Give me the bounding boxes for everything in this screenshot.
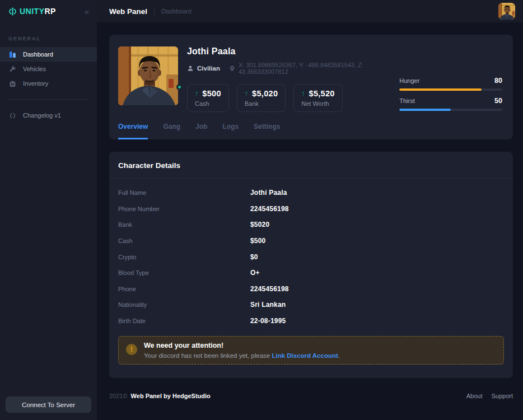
sidebar-item-label: Changelog v1 xyxy=(23,112,61,119)
tab-settings[interactable]: Settings xyxy=(254,123,280,139)
link-discord-account-link[interactable]: Link Discord Account xyxy=(272,352,338,359)
detail-row-cash: Cash $500 xyxy=(118,233,504,249)
detail-row-full-name: Full Name Jothi Paala xyxy=(118,185,504,201)
attention-banner: ! We need your attention! Your discord h… xyxy=(118,336,504,365)
backpack-icon xyxy=(8,80,16,87)
warning-icon: ! xyxy=(126,344,137,355)
tab-gang[interactable]: Gang xyxy=(163,123,180,139)
location-pin-icon xyxy=(229,66,235,72)
stat-cash: ↑$500 Cash xyxy=(187,84,229,112)
detail-row-blood-type: Blood Type O+ xyxy=(118,265,504,281)
user-avatar[interactable] xyxy=(498,3,515,20)
sidebar-item-dashboard[interactable]: Dashboard xyxy=(0,47,97,62)
brand-name-primary: UNITY xyxy=(20,7,45,16)
dashboard-icon xyxy=(8,50,16,58)
code-icon xyxy=(8,111,16,119)
character-details-card: Character Details Full Name Jothi Paala … xyxy=(109,152,513,378)
hunger-bar-fill xyxy=(399,88,482,91)
needs-bars: Hunger 80 Thirst 50 xyxy=(399,77,502,112)
thirst-bar: Thirst 50 xyxy=(399,97,502,111)
attention-title: We need your attention! xyxy=(144,342,340,349)
wrench-icon xyxy=(8,65,16,73)
online-status-dot xyxy=(176,84,183,90)
arrow-up-icon: ↑ xyxy=(301,90,305,97)
connect-to-server-button[interactable]: Connect To Server xyxy=(6,396,91,413)
profile-card: Jothi Paala Civilian xyxy=(109,35,513,139)
hunger-bar-track xyxy=(399,88,502,91)
attention-message: Your discord has not been linked yet, pl… xyxy=(144,352,340,359)
thirst-bar-fill xyxy=(399,109,451,111)
detail-row-crypto: Crypto $0 xyxy=(118,249,504,265)
footer-year: 2021© xyxy=(109,393,128,399)
detail-row-nationality: Nationality Sri Lankan xyxy=(118,297,504,313)
role-badge: Civilian xyxy=(187,65,220,72)
footer: 2021© Web Panel by HedgeStudio About Sup… xyxy=(109,393,513,399)
stat-bank: ↑$5,020 Bank xyxy=(237,84,286,112)
sidebar-item-label: Dashboard xyxy=(23,51,53,58)
tab-overview[interactable]: Overview xyxy=(118,123,148,139)
detail-row-bank: Bank $5020 xyxy=(118,217,504,233)
page-title: Web Panel xyxy=(109,7,147,16)
sidebar-divider xyxy=(8,99,88,100)
sidebar: UNITYRP « GENERAL Dashboard Vehicles xyxy=(0,0,97,420)
sidebar-section-general: GENERAL xyxy=(0,36,97,41)
sidebar-item-label: Vehicles xyxy=(23,66,46,72)
hunger-bar: Hunger 80 xyxy=(399,77,502,91)
person-icon xyxy=(187,65,194,72)
stat-net-worth: ↑$5,520 Net Worth xyxy=(293,84,342,112)
profile-tabs: Overview Gang Job Logs Settings xyxy=(118,123,502,139)
sidebar-collapse-icon[interactable]: « xyxy=(85,7,89,16)
detail-row-phone-number: Phone Number 2245456198 xyxy=(118,201,504,217)
coordinates: X: 301.89889526367, Y: -488.8483581543, … xyxy=(229,62,399,75)
main-content: Jothi Paala Civilian xyxy=(97,22,523,420)
topbar: Web Panel Dashboard xyxy=(97,0,523,22)
arrow-up-icon: ↑ xyxy=(195,90,198,97)
footer-link-support[interactable]: Support xyxy=(491,393,513,399)
breadcrumb[interactable]: Dashboard xyxy=(161,8,192,15)
brand-logo-icon xyxy=(8,7,17,16)
topbar-divider xyxy=(154,7,155,15)
sidebar-item-label: Inventory xyxy=(23,80,48,87)
tab-job[interactable]: Job xyxy=(195,123,207,139)
brand-name-secondary: RP xyxy=(45,7,56,16)
footer-link-about[interactable]: About xyxy=(466,393,483,399)
sidebar-item-changelog[interactable]: Changelog v1 xyxy=(0,108,97,123)
arrow-up-icon: ↑ xyxy=(245,90,248,97)
brand-logo[interactable]: UNITYRP xyxy=(8,7,56,16)
detail-row-phone: Phone 2245456198 xyxy=(118,281,504,297)
sidebar-item-vehicles[interactable]: Vehicles xyxy=(0,62,97,76)
tab-logs[interactable]: Logs xyxy=(222,123,239,139)
footer-credit: Web Panel by HedgeStudio xyxy=(131,393,211,399)
sidebar-header: UNITYRP « xyxy=(0,0,97,22)
sidebar-item-inventory[interactable]: Inventory xyxy=(0,76,97,91)
card-title: Character Details xyxy=(118,161,504,170)
thirst-bar-track xyxy=(399,109,502,111)
character-name: Jothi Paala xyxy=(187,46,399,57)
character-photo xyxy=(118,46,178,105)
detail-row-birth-date: Birth Date 22-08-1995 xyxy=(118,313,504,329)
